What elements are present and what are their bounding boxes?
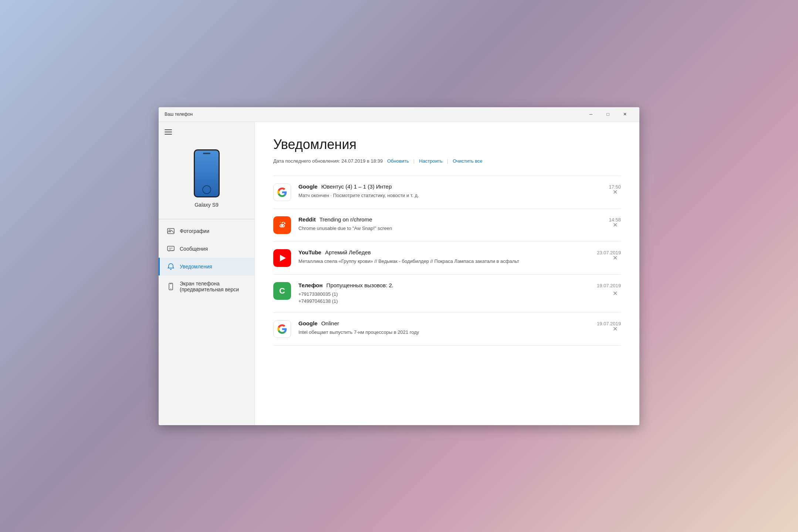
notification-title: Ювентус (4) 1 – 1 (3) Интер [321,183,392,190]
notification-header-google-2: Google Onliner 19.07.2019 [298,320,621,326]
title-bar: Ваш телефон ─ □ ✕ [159,107,639,122]
sidebar-item-messages[interactable]: Сообщения [159,240,254,258]
minimize-button[interactable]: ─ [582,107,599,122]
separator-1: | [413,158,415,164]
google-app-icon-2 [273,320,291,338]
messages-label: Сообщения [180,246,208,252]
notification-app-name-4: Телефон [298,282,323,288]
notification-close-google-1[interactable]: ✕ [609,186,621,198]
notification-text-5: Intel обещает выпустить 7-нм процессоры … [298,329,621,336]
sidebar-item-screen[interactable]: Экран телефона (предварительная верси [159,275,254,298]
notification-app-name-5: Google [298,320,318,326]
clear-all-link[interactable]: Очистить все [453,158,483,164]
screen-icon [167,283,175,290]
device-name: Galaxy S9 [195,202,219,208]
notification-app-name-3: YouTube [298,249,321,255]
device-section: Galaxy S9 [159,142,254,219]
notification-item-reddit-1: Reddit Trending on r/chrome 14:58 Chrome… [273,209,621,242]
reddit-app-icon [273,216,291,234]
messages-icon [167,245,175,253]
notification-title-4: Пропущенных вызовов: 2. [327,282,393,288]
notification-app-name: Google [298,183,318,190]
page-title: Уведомления [273,137,621,152]
notification-title-5: Onliner [321,320,339,326]
notification-close-google-2[interactable]: ✕ [609,323,621,335]
screen-label: Экран телефона (предварительная верси [180,281,247,292]
sidebar-item-photos[interactable]: Фотографии [159,222,254,240]
hamburger-menu[interactable] [159,126,254,142]
refresh-link[interactable]: Обновить [387,158,409,164]
notification-body-youtube-1: YouTube Артемий Лебедев 23.07.2019 Метал… [298,249,621,265]
notification-body-reddit-1: Reddit Trending on r/chrome 14:58 Chrome… [298,216,621,232]
hamburger-icon [165,129,172,135]
notification-header-google-1: Google Ювентус (4) 1 – 1 (3) Интер 17:50 [298,183,621,190]
notification-body-google-1: Google Ювентус (4) 1 – 1 (3) Интер 17:50… [298,183,621,199]
content-area: Уведомления Дата последнего обновления: … [255,122,639,425]
sidebar: Galaxy S9 Фотографии [159,122,255,425]
meta-bar: Дата последнего обновления: 24.07.2019 в… [273,158,621,164]
svg-point-1 [169,230,170,231]
sidebar-divider [159,219,254,219]
maximize-button[interactable]: □ [599,107,616,122]
google-app-icon-1 [273,183,291,201]
youtube-app-icon [273,249,291,267]
notification-close-phone-1[interactable]: ✕ [609,288,621,299]
separator-2: | [447,158,448,164]
notification-header-reddit-1: Reddit Trending on r/chrome 14:58 [298,216,621,223]
phone-letter: C [279,286,285,296]
notification-time-4: 19.07.2019 [597,283,621,288]
notifications-label: Уведомления [180,264,212,270]
notification-text-4: +79173380035 (1) +74997046138 (1) [298,291,621,305]
svg-point-9 [283,225,284,226]
sidebar-item-notifications[interactable]: Уведомления [159,258,254,275]
notifications-icon [167,263,175,270]
sidebar-nav: Фотографии Сообщения [159,222,254,298]
window-controls: ─ □ ✕ [582,107,633,122]
notification-title-2: Trending on r/chrome [319,216,372,223]
svg-point-11 [282,222,283,223]
photos-icon [167,227,175,235]
notification-item-google-1: Google Ювентус (4) 1 – 1 (3) Интер 17:50… [273,176,621,209]
settings-link[interactable]: Настроить [419,158,443,164]
notification-text: Матч окончен · Посмотрите статистику, но… [298,192,621,199]
notifications-list: Google Ювентус (4) 1 – 1 (3) Интер 17:50… [273,176,621,346]
app-window: Ваш телефон ─ □ ✕ Galaxy S9 [159,107,639,425]
phone-image [194,149,220,197]
phone-app-icon: C [273,282,291,300]
notification-app-name-2: Reddit [298,216,316,223]
notification-item-google-2: Google Onliner 19.07.2019 Intel обещает … [273,313,621,346]
svg-point-8 [280,225,281,226]
notification-item-youtube-1: YouTube Артемий Лебедев 23.07.2019 Метал… [273,242,621,275]
notification-text-2: Chrome unusable due to "Aw Snap!" screen [298,225,621,232]
svg-point-10 [284,223,285,224]
notification-close-youtube-1[interactable]: ✕ [609,252,621,264]
notification-item-phone-1: C Телефон Пропущенных вызовов: 2. 19.07.… [273,275,621,313]
notification-header-phone-1: Телефон Пропущенных вызовов: 2. 19.07.20… [298,282,621,288]
youtube-play-icon [280,255,286,261]
notification-text-3: Металлика спела «Группу крови» // Ведьма… [298,258,621,265]
main-layout: Galaxy S9 Фотографии [159,122,639,425]
window-title: Ваш телефон [165,112,582,117]
close-button[interactable]: ✕ [616,107,633,122]
notification-header-youtube-1: YouTube Артемий Лебедев 23.07.2019 [298,249,621,255]
last-updated-text: Дата последнего обновления: 24.07.2019 в… [273,158,383,164]
notification-body-google-2: Google Onliner 19.07.2019 Intel обещает … [298,320,621,336]
notification-close-reddit-1[interactable]: ✕ [609,219,621,231]
svg-point-4 [170,288,171,289]
photos-label: Фотографии [180,228,209,234]
notification-body-phone-1: Телефон Пропущенных вызовов: 2. 19.07.20… [298,282,621,305]
notification-title-3: Артемий Лебедев [325,249,371,255]
